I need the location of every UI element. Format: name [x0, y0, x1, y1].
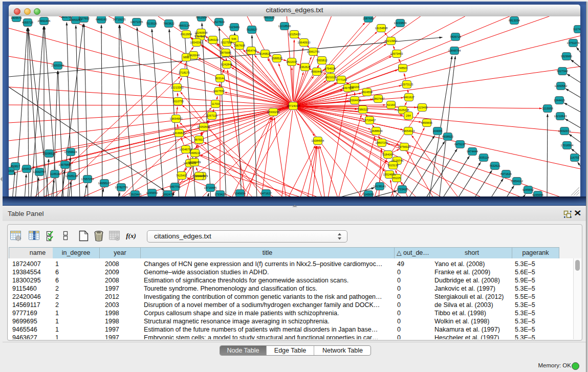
svg-text:20206526: 20206526 — [43, 152, 56, 155]
svg-text:9461627: 9461627 — [403, 96, 415, 99]
svg-text:391534: 391534 — [9, 169, 14, 172]
svg-text:9242848: 9242848 — [221, 63, 232, 66]
svg-text:14353594: 14353594 — [198, 125, 210, 128]
svg-text:12973125: 12973125 — [401, 83, 413, 86]
svg-text:15716485: 15716485 — [204, 186, 217, 189]
svg-text:7632621: 7632621 — [489, 164, 500, 167]
svg-text:1405572: 1405572 — [11, 16, 22, 19]
svg-text:15751074: 15751074 — [567, 41, 580, 45]
svg-text:18724007: 18724007 — [287, 104, 300, 107]
svg-text:17359924: 17359924 — [64, 150, 77, 154]
svg-text:7955812: 7955812 — [316, 59, 328, 62]
svg-text:12923445: 12923445 — [129, 193, 142, 196]
svg-text:62160: 62160 — [387, 103, 395, 106]
svg-text:1733426: 1733426 — [397, 188, 408, 191]
svg-text:15720407: 15720407 — [363, 119, 376, 122]
svg-text:748503: 748503 — [398, 67, 408, 70]
svg-text:12213363: 12213363 — [171, 86, 184, 89]
svg-text:1527603: 1527603 — [213, 20, 225, 24]
svg-text:14136141: 14136141 — [374, 185, 386, 188]
svg-text:9146821: 9146821 — [259, 52, 271, 55]
svg-text:114519: 114519 — [50, 172, 59, 176]
svg-text:2967608: 2967608 — [234, 44, 245, 47]
svg-text:8454749: 8454749 — [246, 49, 257, 52]
svg-text:16120746: 16120746 — [391, 159, 404, 162]
svg-text:1244415: 1244415 — [554, 99, 565, 102]
svg-text:6899695: 6899695 — [421, 121, 432, 124]
svg-text:10848784: 10848784 — [448, 49, 461, 52]
svg-text:3267110: 3267110 — [206, 114, 217, 117]
svg-text:12213967: 12213967 — [385, 39, 398, 42]
svg-text:8660124: 8660124 — [179, 24, 190, 27]
svg-text:9427552: 9427552 — [213, 90, 225, 93]
svg-text:8660125: 8660125 — [264, 16, 275, 19]
svg-text:f(x): f(x) — [126, 232, 136, 239]
svg-text:10671355: 10671355 — [130, 20, 143, 24]
svg-text:1610755: 1610755 — [172, 100, 184, 103]
svg-text:803144: 803144 — [215, 77, 225, 80]
svg-text:15524851: 15524851 — [383, 173, 396, 176]
svg-text:19166825: 19166825 — [173, 132, 186, 135]
svg-text:6479197: 6479197 — [454, 143, 466, 146]
svg-text:20364436: 20364436 — [349, 99, 361, 102]
svg-text:7835724: 7835724 — [450, 35, 461, 38]
svg-text:7663822: 7663822 — [163, 22, 175, 25]
svg-text:8938923: 8938923 — [442, 135, 453, 138]
svg-text:164095: 164095 — [433, 129, 443, 133]
svg-text:1588520: 1588520 — [271, 57, 282, 60]
svg-text:10973493: 10973493 — [390, 52, 403, 55]
svg-text:264: 264 — [406, 114, 410, 117]
svg-text:9184067: 9184067 — [382, 153, 394, 156]
svg-text:1615132: 1615132 — [387, 164, 399, 167]
svg-text:7515526: 7515526 — [146, 22, 157, 25]
svg-text:7386322: 7386322 — [357, 108, 368, 111]
svg-text:9227342: 9227342 — [557, 70, 568, 73]
svg-text:8813054: 8813054 — [509, 19, 520, 22]
svg-text:16961755: 16961755 — [307, 50, 320, 53]
svg-text:10719155: 10719155 — [113, 18, 126, 21]
svg-text:1692477: 1692477 — [162, 193, 173, 196]
svg-text:9327508: 9327508 — [221, 41, 232, 44]
svg-text:19654983: 19654983 — [170, 117, 183, 120]
svg-text:8186323: 8186323 — [207, 38, 219, 41]
svg-text:11325419: 11325419 — [288, 33, 300, 36]
svg-text:17957253: 17957253 — [81, 178, 94, 181]
svg-text:3875685: 3875685 — [220, 51, 231, 54]
svg-text:12505135: 12505135 — [66, 174, 78, 178]
svg-text:16154808: 16154808 — [375, 27, 388, 30]
svg-text:10807487: 10807487 — [372, 97, 385, 100]
svg-text:17016504: 17016504 — [561, 144, 574, 147]
svg-text:3824554: 3824554 — [361, 91, 373, 94]
svg-text:8912954: 8912954 — [181, 33, 192, 36]
svg-text:16914479: 16914479 — [193, 174, 206, 178]
svg-text:18807249: 18807249 — [376, 141, 388, 144]
svg-text:850817: 850817 — [11, 165, 20, 168]
svg-text:746206: 746206 — [350, 85, 360, 89]
svg-text:1621022: 1621022 — [325, 76, 336, 79]
svg-text:10654112: 10654112 — [511, 180, 523, 183]
svg-text:9457791: 9457791 — [169, 185, 181, 188]
svg-text:12218506: 12218506 — [278, 25, 291, 28]
svg-text:6794024: 6794024 — [324, 67, 336, 70]
svg-text:9327505: 9327505 — [194, 35, 206, 38]
svg-text:10688609: 10688609 — [370, 129, 383, 133]
svg-text:18300295: 18300295 — [267, 111, 280, 114]
svg-text:12093582: 12093582 — [555, 84, 568, 87]
svg-text:1117453: 1117453 — [573, 28, 580, 31]
svg-text:10025438: 10025438 — [397, 108, 409, 112]
svg-text:9245653: 9245653 — [146, 191, 158, 194]
svg-text:7515527: 7515527 — [246, 28, 257, 31]
svg-text:12942757: 12942757 — [33, 170, 46, 173]
svg-text:9115460: 9115460 — [417, 106, 427, 109]
svg-text:19975867: 19975867 — [59, 163, 72, 166]
svg-text:8990448: 8990448 — [311, 70, 322, 73]
svg-text:8912954: 8912954 — [196, 16, 207, 19]
svg-text:10046798: 10046798 — [180, 148, 192, 151]
svg-text:2087682: 2087682 — [363, 17, 374, 20]
svg-text:9329966: 9329966 — [561, 55, 572, 58]
svg-text:16782759: 16782759 — [115, 186, 128, 189]
svg-text:9245655: 9245655 — [363, 193, 374, 196]
svg-text:22260558: 22260558 — [195, 31, 208, 34]
svg-text:116753: 116753 — [570, 156, 579, 159]
svg-text:9498222: 9498222 — [189, 151, 201, 155]
